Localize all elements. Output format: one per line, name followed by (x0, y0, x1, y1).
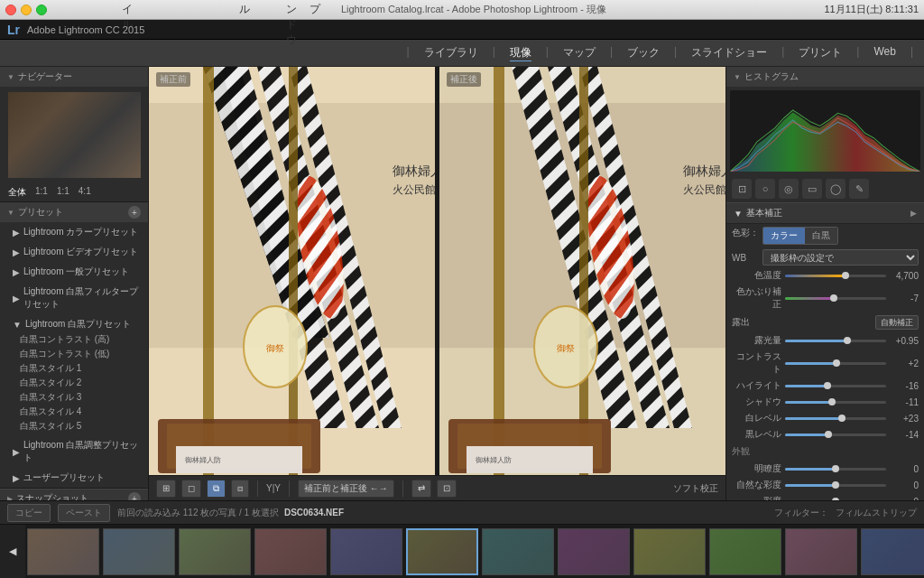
brush-tool[interactable]: ✎ (849, 179, 869, 199)
before-pane[interactable]: 御祭 御林婦人防 御林婦人防 火公民館 (149, 67, 436, 475)
temp-thumb[interactable] (842, 272, 849, 279)
compare-mode-button[interactable]: 補正前と補正後 ←→ (298, 480, 394, 498)
preset-group-bw-adj-header[interactable]: ▶ Lightroom 白黒調整プリセット (0, 437, 148, 466)
film-thumb-3[interactable] (179, 528, 251, 575)
preset-bw-style1[interactable]: 白黒スタイル 1 (0, 361, 148, 376)
white-thumb[interactable] (838, 415, 845, 422)
develop-tools[interactable]: ⊡ ○ ◎ ▭ ◯ ✎ (726, 175, 924, 202)
white-slider[interactable] (785, 417, 886, 420)
tint-slider[interactable] (785, 297, 886, 300)
auto-button[interactable]: 自動補正 (875, 315, 919, 330)
color-treatment-button[interactable]: カラー (763, 228, 805, 244)
menu-window[interactable]: ウィンドウ (286, 0, 297, 48)
after-pane[interactable]: 御祭 御林婦人防 御林婦人防 火公民館 補正後 (439, 67, 725, 475)
add-snapshot-button[interactable]: + (128, 492, 141, 500)
menu-view[interactable]: 表示 (263, 0, 273, 48)
vibrance-slider[interactable] (785, 484, 886, 487)
zoom-1-1[interactable]: 1:1 (32, 185, 51, 200)
navigator-zoom-buttons[interactable]: 全体 1:1 1:1 4:1 (0, 183, 148, 201)
nav-web[interactable]: Web (873, 45, 895, 61)
highlight-slider[interactable] (785, 385, 886, 387)
zoom-1-1b[interactable]: 1:1 (54, 185, 72, 200)
copy-button[interactable]: コピー (7, 504, 51, 522)
navigator-thumbnail[interactable] (8, 92, 141, 178)
highlight-thumb[interactable] (824, 382, 831, 389)
basic-section-toggle[interactable]: ▶ (910, 209, 917, 218)
snapshot-header[interactable]: ▶ スナップショット + (0, 489, 148, 500)
contrast-thumb[interactable] (833, 359, 840, 367)
film-thumb-2[interactable] (103, 528, 175, 575)
preset-bw-style5[interactable]: 白黒スタイル 5 (0, 419, 148, 434)
menu-develop[interactable]: 現像 (169, 0, 180, 48)
filmstrip-prev-button[interactable]: ◀ (0, 525, 25, 579)
film-thumb-7[interactable] (482, 528, 554, 575)
menu-settings[interactable]: 設定 (216, 0, 226, 48)
nav-book[interactable]: ブック (627, 45, 660, 61)
treatment-buttons[interactable]: カラー 白黒 (762, 227, 838, 245)
spot-removal-tool[interactable]: ○ (755, 179, 775, 199)
preset-group-bw-header[interactable]: ▼ Lightroom 白黒プリセット (0, 316, 148, 332)
minimize-button[interactable] (21, 5, 32, 15)
film-thumb-8[interactable] (558, 528, 630, 575)
nav-map[interactable]: マップ (563, 45, 596, 61)
menu-photo[interactable]: 写真 (192, 0, 203, 48)
nav-slideshow[interactable]: スライドショー (691, 45, 767, 61)
preset-group-bwfilter-header[interactable]: ▶ Lightroom 白黒フィルタープリセット (0, 284, 148, 312)
window-controls[interactable] (5, 5, 47, 15)
contrast-slider[interactable] (785, 362, 886, 365)
preset-group-user-header[interactable]: ▶ ユーザープリセット (0, 470, 148, 486)
zoom-4-1[interactable]: 4:1 (76, 185, 94, 200)
close-button[interactable] (5, 5, 16, 15)
menu-edit[interactable]: 編集 (145, 0, 156, 48)
menu-help[interactable]: ヘルプ (310, 0, 320, 48)
maximize-button[interactable] (36, 5, 47, 15)
module-picker[interactable]: | ライブラリ | 現像 | マップ | ブック | スライドショー | プリン… (407, 45, 913, 61)
redeye-tool[interactable]: ◎ (779, 179, 799, 199)
film-thumb-4[interactable] (254, 528, 327, 575)
shadow-slider[interactable] (785, 401, 886, 404)
preset-group-video-header[interactable]: ▶ Lightroom ビデオプリセット (0, 244, 148, 260)
presets-header[interactable]: ▼ プリセット + (0, 202, 148, 222)
tint-thumb[interactable] (830, 294, 837, 302)
wb-select[interactable]: 撮影枠の設定で (762, 249, 919, 266)
bw-treatment-button[interactable]: 白黒 (805, 228, 837, 244)
zoom-fit[interactable]: 全体 (5, 185, 29, 200)
histogram-header[interactable]: ▼ ヒストグラム (726, 67, 924, 87)
exposure-slider[interactable] (785, 340, 886, 342)
filmstrip-toggle[interactable]: フィルムストリップ (836, 507, 917, 519)
nav-library[interactable]: ライブラリ (424, 45, 478, 61)
crop-tool[interactable]: ⊡ (732, 179, 752, 199)
gradient-filter-tool[interactable]: ▭ (802, 179, 822, 199)
film-thumb-5[interactable] (330, 528, 402, 575)
basic-section-header[interactable]: ▼ 基本補正 ▶ (726, 202, 924, 224)
black-slider[interactable] (785, 434, 886, 436)
nav-print[interactable]: プリント (799, 45, 842, 61)
survey-view-button[interactable]: ⧈ (231, 480, 249, 498)
clarity-slider[interactable] (785, 468, 886, 471)
preset-group-general-header[interactable]: ▶ Lightroom 一般プリセット (0, 264, 148, 280)
film-thumb-10[interactable] (709, 528, 781, 575)
compare-view-button[interactable]: ⧉ (207, 480, 226, 498)
nav-develop[interactable]: 現像 (510, 45, 531, 61)
black-thumb[interactable] (825, 431, 832, 438)
swap-button[interactable]: ⇄ (411, 480, 431, 498)
preset-bw-style3[interactable]: 白黒スタイル 3 (0, 390, 148, 405)
temp-slider[interactable] (785, 275, 886, 277)
vibrance-thumb[interactable] (832, 481, 839, 489)
clarity-thumb[interactable] (832, 465, 839, 472)
exposure-thumb[interactable] (844, 337, 851, 344)
loupe-view-button[interactable]: ◻ (181, 480, 201, 498)
radial-filter-tool[interactable]: ◯ (826, 179, 845, 199)
preset-bw-contrast-low[interactable]: 白黒コントラスト (低) (0, 347, 148, 361)
film-thumb-9[interactable] (633, 528, 706, 575)
preset-bw-style4[interactable]: 白黒スタイル 4 (0, 405, 148, 419)
preset-bw-contrast-high[interactable]: 白黒コントラスト (高) (0, 332, 148, 347)
film-thumb-12[interactable] (861, 528, 924, 575)
menu-tools[interactable]: ツール (239, 0, 250, 48)
film-thumb-1[interactable] (27, 528, 99, 575)
copy-settings-button[interactable]: ⊡ (437, 480, 457, 498)
shadow-thumb[interactable] (828, 398, 836, 406)
saturation-thumb[interactable] (832, 498, 839, 500)
preset-group-color-header[interactable]: ▶ Lightroom カラープリセット (0, 224, 148, 240)
grid-view-button[interactable]: ⊞ (156, 480, 176, 498)
